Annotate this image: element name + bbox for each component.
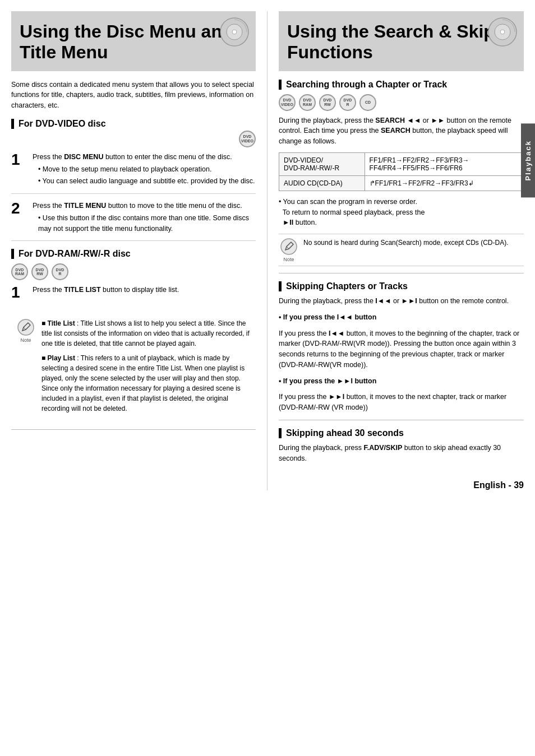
skip-fwd-body: If you press the ►►I button, it moves to… — [279, 392, 524, 413]
dvd-disc-icon-left — [219, 17, 250, 48]
playback-label: Playback — [521, 123, 535, 197]
skip-body: During the playback, press the I◄◄ or ►►… — [279, 296, 524, 307]
playback-sidebar-tab: Playback — [521, 123, 535, 197]
section1-heading: For DVD-VIDEO disc — [11, 119, 256, 129]
right-dvd-rw-badge: DVDRW — [319, 94, 336, 111]
skip-irev-heading: • If you press the I◄◄ button — [279, 312, 524, 323]
right-title-text: Using the Search & Skip Functions — [287, 21, 495, 62]
table-label-dvd: DVD-VIDEO/DVD-RAM/-RW/-R — [279, 152, 365, 175]
note-item2: ■ Play List : This refers to a unit of p… — [41, 353, 251, 414]
section1-right-heading: Searching through a Chapter or Track — [279, 80, 524, 90]
right-column: Using the Search & Skip Functions Search… — [268, 11, 524, 490]
step1-bullet1: • Move to the setup menu related to play… — [38, 164, 255, 175]
table-value-dvd: FF1/FR1→FF2/FR2→FF3/FR3→FF4/FR4→FF5/FR5→… — [365, 152, 523, 175]
right-dvd-video-badge: DVDVIDEO — [279, 94, 296, 111]
svg-point-8 — [281, 239, 297, 254]
note-box-left: Note ■ Title List : Title List shows a l… — [11, 314, 256, 423]
skip30-body: During the playback, press F.ADV/SKIP bu… — [279, 443, 524, 464]
section2-step1-number: 1 — [11, 285, 27, 300]
dvd-ram-icons-row: DVDRAM DVDRW DVDR — [11, 263, 256, 280]
search-body: During the playback, press the SEARCH ◄◄… — [279, 115, 524, 147]
left-title: Using the Disc Menu and Title Menu — [11, 11, 256, 71]
dvd-rw-badge: DVDRW — [31, 263, 48, 280]
step2-bullet1: • Use this button if the disc contains m… — [38, 213, 256, 234]
section3-right-heading: Skipping ahead 30 seconds — [279, 428, 524, 438]
right-cd-badge: CD — [359, 94, 376, 111]
section2-heading: For DVD-RAM/-RW/-R disc — [11, 249, 256, 259]
page-number: English - 39 — [279, 480, 524, 490]
step1-bullet2: • You can select audio language and subt… — [38, 176, 255, 187]
scan-bullet: • You can scan the program in reverse or… — [279, 197, 524, 228]
section2-right-heading: Skipping Chapters or Tracks — [279, 281, 524, 291]
dvd-video-icon-row: DVDVIDEO — [11, 131, 256, 147]
section2-step1-container: 1 Press the TITLE LIST button to display… — [11, 285, 256, 307]
note-pencil-icon-right — [280, 238, 298, 256]
svg-point-2 — [232, 30, 237, 34]
right-disc-icons-row: DVDVIDEO DVDRAM DVDRW DVDR CD — [279, 94, 524, 111]
svg-point-7 — [500, 30, 505, 34]
left-intro: Some discs contain a dedicated menu syst… — [11, 80, 256, 111]
note-label-left: Note — [20, 337, 31, 343]
right-dvd-r-badge: DVDR — [339, 94, 356, 111]
search-table: DVD-VIDEO/DVD-RAM/-RW/-R FF1/FR1→FF2/FR2… — [279, 152, 524, 191]
step2-container: 2 Press the TITLE MENU button to move to… — [11, 201, 256, 241]
note-icon-right: Note — [279, 238, 299, 262]
left-title-text: Using the Disc Menu and Title Menu — [20, 21, 233, 62]
dvd-video-badge: DVDVIDEO — [239, 131, 256, 147]
svg-point-3 — [18, 319, 34, 335]
note-icon-left: Note — [16, 318, 36, 418]
left-column: Using the Disc Menu and Title Menu Some … — [11, 11, 268, 490]
note-label-right: Note — [283, 257, 294, 262]
table-label-cd: AUDIO CD(CD-DA) — [279, 175, 365, 191]
note-item1: ■ Title List : Title List shows a list t… — [41, 318, 251, 349]
note-text-right: No sound is heard during Scan(Search) mo… — [303, 238, 508, 262]
table-row-dvd: DVD-VIDEO/DVD-RAM/-RW/-R FF1/FR1→FF2/FR2… — [279, 152, 524, 175]
step2-content: Press the TITLE MENU button to move to t… — [33, 201, 256, 234]
right-dvd-ram-badge: DVDRAM — [299, 94, 316, 111]
note-box-right: Note No sound is heard during Scan(Searc… — [279, 234, 524, 266]
note-content-left: ■ Title List : Title List shows a list t… — [41, 318, 251, 418]
right-title: Using the Search & Skip Functions — [279, 11, 524, 71]
step1-container: 1 Press the DISC MENU button to enter th… — [11, 152, 256, 194]
step2-number: 2 — [11, 201, 27, 234]
dvd-disc-icon-right — [487, 17, 518, 48]
skip-irev-body: If you press the I◄◄ button, it moves to… — [279, 328, 524, 370]
dvd-ram-badge: DVDRAM — [11, 263, 28, 280]
dvd-r-badge: DVDR — [52, 263, 68, 280]
table-value-cd: ↱FF1/FR1→FF2/FR2→FF3/FR3↲ — [365, 175, 523, 191]
step1-number: 1 — [11, 152, 27, 187]
note-pencil-icon — [17, 318, 35, 336]
step1-content: Press the DISC MENU button to enter the … — [33, 152, 255, 187]
table-row-cd: AUDIO CD(CD-DA) ↱FF1/FR1→FF2/FR2→FF3/FR3… — [279, 175, 524, 191]
section2-step1-content: Press the TITLE LIST button to display t… — [33, 285, 179, 300]
skip-fwd-heading: • If you press the ►►I button — [279, 376, 524, 387]
